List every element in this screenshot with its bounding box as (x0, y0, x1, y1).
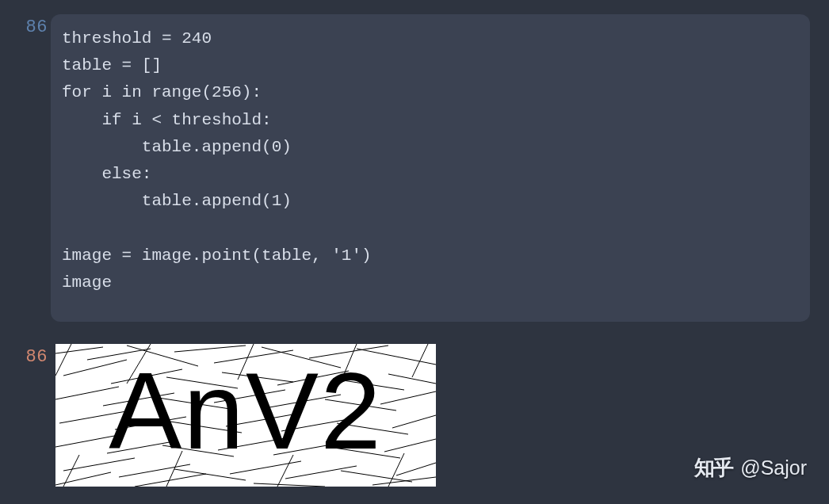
svg-line-44 (135, 474, 206, 487)
svg-line-28 (392, 415, 436, 428)
svg-line-52 (63, 455, 79, 487)
svg-line-42 (396, 463, 436, 475)
svg-line-46 (372, 477, 436, 485)
watermark: 知乎 @Sajor (694, 454, 807, 482)
output-prompt-number: 86 (11, 344, 48, 367)
svg-line-43 (55, 472, 111, 485)
output-area: AnV2 (55, 344, 436, 487)
svg-line-35 (384, 439, 436, 452)
captcha-image: AnV2 (55, 344, 436, 487)
captcha-text: AnV2 (109, 357, 383, 466)
input-prompt-number: 86 (11, 14, 48, 37)
zhihu-logo-icon: 知乎 (694, 454, 732, 482)
watermark-handle: @Sajor (740, 456, 807, 479)
svg-line-41 (341, 471, 412, 482)
code-editor[interactable]: threshold = 240 table = [] for i in rang… (51, 14, 810, 322)
svg-line-14 (388, 374, 436, 384)
input-cell: 86 threshold = 240 table = [] for i in r… (0, 0, 829, 330)
svg-line-0 (55, 347, 103, 353)
svg-line-21 (380, 391, 436, 404)
svg-line-45 (254, 483, 325, 487)
svg-line-47 (55, 344, 71, 376)
code-content[interactable]: threshold = 240 table = [] for i in rang… (62, 25, 799, 296)
